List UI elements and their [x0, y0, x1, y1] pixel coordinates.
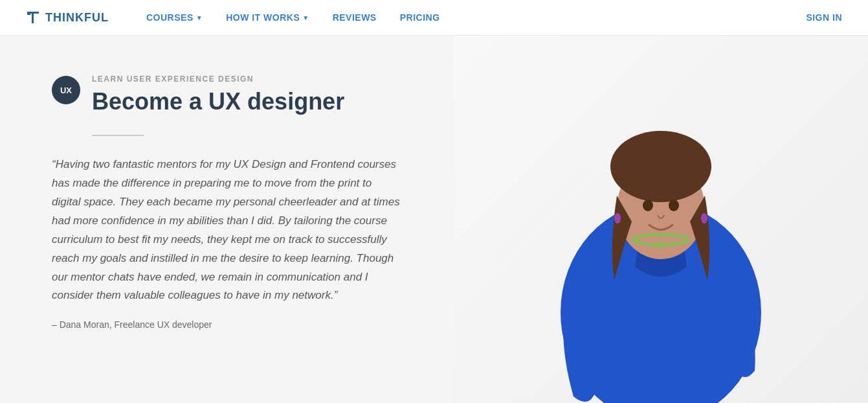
quote-text: “Having two fantastic mentors for my UX …: [52, 155, 401, 305]
person-photo: [453, 36, 868, 403]
svg-point-7: [643, 200, 653, 211]
navigation: THINKFUL COURSES ▼ HOW IT WORKS ▼ REVIEW…: [0, 0, 868, 36]
person-svg: [525, 40, 797, 403]
courses-chevron-icon: ▼: [196, 14, 203, 21]
hero-image: [453, 36, 868, 403]
svg-point-6: [610, 131, 711, 202]
nav-how-it-works[interactable]: HOW IT WORKS ▼: [214, 0, 321, 36]
nav-reviews[interactable]: REVIEWS: [321, 0, 388, 36]
quote-block: “Having two fantastic mentors for my UX …: [52, 155, 401, 330]
subtitle-label: LEARN USER EXPERIENCE DESIGN: [92, 75, 344, 84]
badge-row: UX LEARN USER EXPERIENCE DESIGN Become a…: [52, 75, 401, 115]
svg-rect-2: [27, 14, 30, 15]
logo-icon: [26, 10, 40, 25]
page-title: Become a UX designer: [92, 87, 344, 115]
nav-pricing[interactable]: PRICING: [388, 0, 452, 36]
title-divider: [92, 135, 144, 136]
quote-author: – Dana Moran, Freelance UX developer: [52, 319, 401, 330]
main-content: UX LEARN USER EXPERIENCE DESIGN Become a…: [0, 36, 868, 403]
svg-point-12: [701, 213, 707, 224]
sign-in-button[interactable]: SIGN IN: [806, 12, 842, 23]
logo[interactable]: THINKFUL: [26, 10, 109, 25]
svg-point-11: [614, 213, 621, 224]
title-block: LEARN USER EXPERIENCE DESIGN Become a UX…: [92, 75, 344, 115]
nav-links: COURSES ▼ HOW IT WORKS ▼ REVIEWS PRICING: [135, 0, 806, 36]
nav-courses[interactable]: COURSES ▼: [135, 0, 214, 36]
brand-name: THINKFUL: [45, 11, 109, 25]
ux-badge: UX: [52, 76, 80, 104]
how-it-works-chevron-icon: ▼: [302, 14, 309, 21]
hero-left: UX LEARN USER EXPERIENCE DESIGN Become a…: [0, 36, 453, 403]
svg-rect-1: [32, 12, 34, 23]
svg-point-8: [669, 200, 679, 211]
svg-point-10: [658, 242, 664, 248]
